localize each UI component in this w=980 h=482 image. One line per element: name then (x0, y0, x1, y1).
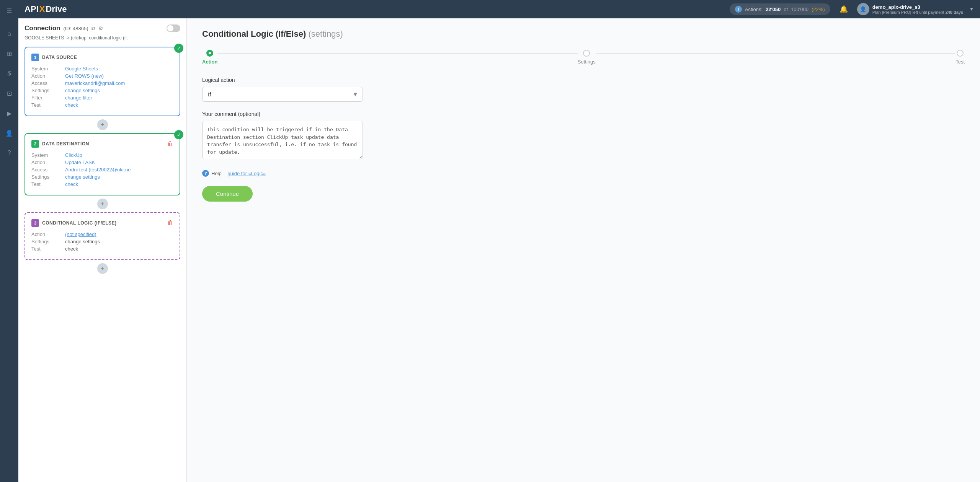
test-link-1[interactable]: check (65, 102, 173, 108)
connection-title: Connection (24, 24, 60, 32)
sidebar: ☰ ⌂ ⊞ $ ⊡ ▶ 👤 ? (0, 0, 18, 482)
step-circle-test (957, 50, 964, 57)
step-action: Action (202, 50, 217, 65)
actions-of: of (784, 7, 788, 12)
connection-header: Connection (ID: 48865) ⧉ ⚙ (24, 24, 180, 32)
check-badge-2: ✓ (174, 130, 183, 139)
logical-action-select-wrapper: If If/Else Else ▼ (202, 87, 363, 102)
dollar-icon[interactable]: $ (3, 67, 15, 80)
page-title: Conditional Logic (If/Else) (settings) (202, 29, 965, 39)
copy-icon[interactable]: ⧉ (91, 25, 95, 32)
connection-id: (ID: 48865) (64, 26, 88, 31)
briefcase-icon[interactable]: ⊡ (3, 87, 15, 99)
bell-icon[interactable]: 🔔 (836, 2, 851, 16)
help-link[interactable]: ? Help guide for «Logic» (202, 170, 965, 177)
access-value[interactable]: maverickandrii@gmail.com (65, 80, 173, 86)
actions-count: 22'050 (766, 7, 781, 12)
step-circle-action (206, 50, 213, 57)
add-after-3[interactable]: + (97, 263, 108, 274)
steps: Action Settings Test (202, 50, 965, 65)
logical-action-label: Logical action (202, 77, 965, 83)
block-row: Action Update TASK (31, 160, 173, 165)
avatar: 👤 (857, 3, 869, 15)
comment-group: Your comment (optional) This condition w… (202, 111, 965, 161)
left-panel: Connection (ID: 48865) ⧉ ⚙ GOOGLE SHEETS… (18, 18, 187, 482)
menu-icon[interactable]: ☰ (3, 5, 15, 17)
user-info: demo_apix-drive_s3 Plan |Premium PRO| le… (872, 4, 963, 15)
add-between-2-3[interactable]: + (97, 199, 108, 209)
block-row: Settings change settings (31, 239, 173, 244)
settings-link-1[interactable]: change settings (65, 88, 173, 93)
logo-api: API (24, 4, 39, 14)
system-value-2[interactable]: ClickUp (65, 152, 173, 158)
actions-badge: i Actions: 22'050 of 100'000 (22%) (730, 3, 830, 15)
help-text: Help (211, 171, 222, 176)
settings-link-3[interactable]: change settings (65, 239, 173, 244)
block-row: Action (not specified) (31, 231, 173, 237)
user-icon[interactable]: 👤 (3, 127, 15, 139)
block-row: Settings change settings (31, 88, 173, 93)
logical-action-select[interactable]: If If/Else Else (202, 87, 363, 102)
step-line-1 (217, 53, 577, 54)
actions-total: 100'000 (791, 7, 808, 12)
logical-action-group: Logical action If If/Else Else ▼ (202, 77, 965, 102)
step-line-2 (596, 53, 956, 54)
connection-toggle[interactable] (167, 24, 180, 32)
actions-label: Actions: (745, 7, 763, 12)
info-icon: i (735, 6, 742, 13)
block-num-3: 3 (31, 219, 39, 227)
block-row: System ClickUp (31, 152, 173, 158)
settings-link-2[interactable]: change settings (65, 174, 173, 180)
step-label-action: Action (202, 59, 217, 65)
add-between-1-2[interactable]: + (97, 119, 108, 130)
delete-block-3[interactable]: 🗑 (167, 220, 173, 226)
action-value-2[interactable]: Update TASK (65, 160, 173, 165)
access-value-2[interactable]: Andrii test (test20022@ukr.ne (65, 167, 173, 173)
block-data-destination: 2 DATA DESTINATION 🗑 ✓ System ClickUp Ac… (24, 133, 180, 195)
block-row: Filter change filter (31, 95, 173, 101)
step-circle-settings (583, 50, 590, 57)
help-icon[interactable]: ? (3, 147, 15, 159)
connection-subtitle: GOOGLE SHEETS -> (clickup, conditional l… (24, 35, 180, 41)
topnav: API X Drive i Actions: 22'050 of 100'000… (18, 0, 980, 18)
block-row: Access maverickandrii@gmail.com (31, 80, 173, 86)
step-test: Test (956, 50, 965, 65)
settings-icon[interactable]: ⚙ (98, 25, 103, 31)
chevron-down-icon: ▼ (969, 7, 974, 12)
user-area[interactable]: 👤 demo_apix-drive_s3 Plan |Premium PRO| … (857, 3, 974, 15)
block-row: Test check (31, 181, 173, 187)
home-icon[interactable]: ⌂ (3, 28, 15, 40)
help-circle-icon: ? (202, 170, 209, 177)
comment-textarea[interactable]: This condition will be triggered if in t… (202, 121, 363, 159)
block-row: Settings change settings (31, 174, 173, 180)
delete-block-2[interactable]: 🗑 (167, 140, 173, 147)
filter-link[interactable]: change filter (65, 95, 173, 101)
test-link-2[interactable]: check (65, 181, 173, 187)
help-link-text: guide for «Logic» (227, 171, 266, 176)
block-row: Test check (31, 102, 173, 108)
block-num-1: 1 (31, 54, 39, 61)
step-settings: Settings (578, 50, 596, 65)
continue-button[interactable]: Continue (202, 186, 253, 202)
system-value[interactable]: Google Sheets (65, 66, 173, 72)
block-title-2: DATA DESTINATION (42, 141, 89, 147)
block-row: Test check (31, 246, 173, 252)
block-num-2: 2 (31, 140, 39, 148)
step-label-test: Test (956, 59, 965, 65)
logo: API X Drive (24, 4, 67, 14)
block-conditional-logic: 3 CONDITIONAL LOGIC (IF/ELSE) 🗑 Action (… (24, 212, 180, 260)
action-value-3[interactable]: (not specified) (65, 231, 173, 237)
logo-drive: Drive (46, 4, 67, 14)
user-name: demo_apix-drive_s3 (872, 4, 963, 10)
step-label-settings: Settings (578, 59, 596, 65)
right-panel: Conditional Logic (If/Else) (settings) A… (187, 18, 980, 482)
actions-pct: (22%) (812, 7, 825, 12)
action-value[interactable]: Get ROWS (new) (65, 73, 173, 79)
test-link-3[interactable]: check (65, 246, 173, 252)
content-area: Connection (ID: 48865) ⧉ ⚙ GOOGLE SHEETS… (18, 18, 980, 482)
connections-icon[interactable]: ⊞ (3, 47, 15, 60)
block-row: Access Andrii test (test20022@ukr.ne (31, 167, 173, 173)
check-badge-1: ✓ (174, 44, 183, 53)
youtube-icon[interactable]: ▶ (3, 107, 15, 119)
user-plan: Plan |Premium PRO| left until payment 24… (872, 10, 963, 15)
